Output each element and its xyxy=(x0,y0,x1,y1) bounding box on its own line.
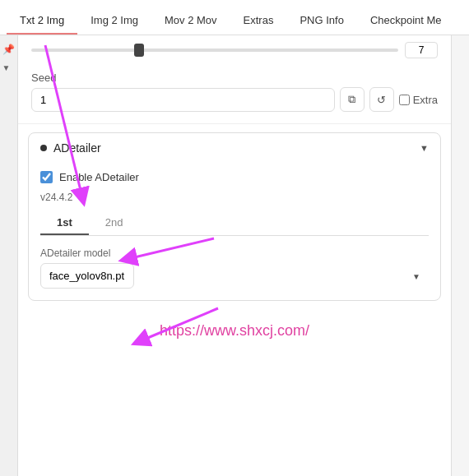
seed-row: ⧉ ↺ Extra xyxy=(31,87,438,112)
enable-adetailer-label: Enable ADetailer xyxy=(59,171,139,183)
tab-pnginfo[interactable]: PNG Info xyxy=(286,7,356,35)
adetailer-header[interactable]: ADetailer ▼ xyxy=(29,133,440,163)
slider-container[interactable] xyxy=(31,42,398,58)
slider-section: 7 xyxy=(18,35,451,68)
right-sidebar xyxy=(451,35,469,476)
tab-1st[interactable]: 1st xyxy=(40,211,89,235)
adetailer-dot xyxy=(40,145,47,151)
extra-label: Extra xyxy=(413,94,438,106)
adetailer-body: Enable ADetailer v24.4.2 1st 2nd ADetail… xyxy=(29,163,440,300)
adetailer-header-left: ADetailer xyxy=(40,141,101,155)
model-label: ADetailer model xyxy=(40,247,429,259)
slider-value[interactable]: 7 xyxy=(405,42,438,58)
model-select-row: face_yolov8n.pt xyxy=(40,263,429,289)
model-select[interactable]: face_yolov8n.pt xyxy=(40,263,134,289)
adetailer-title: ADetailer xyxy=(53,141,101,155)
slider-track xyxy=(31,49,398,52)
extra-checkbox[interactable] xyxy=(399,95,410,105)
seed-input[interactable] xyxy=(31,88,335,112)
adetailer-section: ADetailer ▼ Enable ADetailer v24.4.2 1st… xyxy=(28,132,441,301)
main-content: 📌 ▼ 7 Seed ⧉ ↺ xyxy=(0,35,469,476)
slider-thumb[interactable] xyxy=(134,44,144,57)
model-select-wrapper: face_yolov8n.pt xyxy=(40,263,429,289)
tab-checkpoint[interactable]: Checkpoint Me xyxy=(357,7,455,35)
extra-checkbox-label: Extra xyxy=(399,94,438,106)
tab-2nd[interactable]: 2nd xyxy=(89,211,140,235)
seed-section: Seed ⧉ ↺ Extra xyxy=(18,68,451,118)
tab-txt2img[interactable]: Txt 2 Img xyxy=(7,7,77,35)
enable-adetailer-row: Enable ADetailer xyxy=(40,171,429,183)
adetailer-dropdown-arrow[interactable]: ▼ xyxy=(420,143,429,153)
adetailer-version: v24.4.2 xyxy=(40,192,429,203)
top-nav: Txt 2 Img Img 2 Img Mov 2 Mov Extras PNG… xyxy=(0,0,469,35)
url-text: https://www.shxcj.com/ xyxy=(18,309,451,346)
copy-seed-button[interactable]: ⧉ xyxy=(340,87,365,112)
adetailer-tab-row: 1st 2nd xyxy=(40,211,429,236)
slider-row: 7 xyxy=(31,42,438,58)
refresh-seed-button[interactable]: ↺ xyxy=(369,87,394,112)
tab-mov2mov[interactable]: Mov 2 Mov xyxy=(151,7,230,35)
tab-img2img[interactable]: Img 2 Img xyxy=(77,7,151,35)
center-panel: 7 Seed ⧉ ↺ Extra ADetailer xyxy=(18,35,451,476)
tab-extras[interactable]: Extras xyxy=(230,7,287,35)
left-sidebar: 📌 ▼ xyxy=(0,35,18,476)
enable-adetailer-checkbox[interactable] xyxy=(40,171,53,183)
seed-label: Seed xyxy=(31,72,438,84)
pin-icon[interactable]: 📌 xyxy=(2,44,16,57)
divider xyxy=(18,123,451,124)
sidebar-arrow-icon[interactable]: ▼ xyxy=(2,63,16,76)
